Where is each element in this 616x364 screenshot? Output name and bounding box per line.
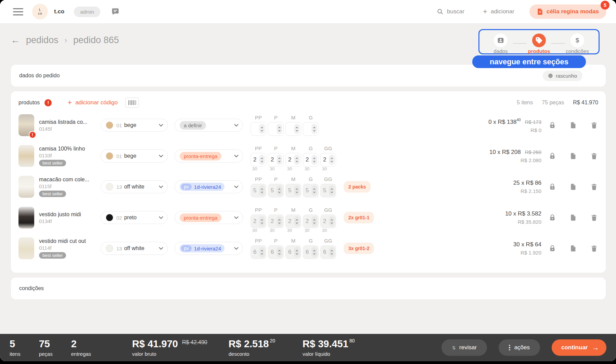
trash-icon[interactable]: [590, 183, 598, 191]
trash-icon[interactable]: [590, 121, 598, 129]
stepper-arrows[interactable]: [294, 216, 300, 226]
stepper-arrows[interactable]: [277, 124, 282, 134]
quantity-stepper[interactable]: 6: [303, 245, 319, 259]
stepper-arrows[interactable]: [311, 155, 317, 165]
quantity-stepper[interactable]: [303, 122, 319, 136]
delivery-select[interactable]: pronta-entrega: [175, 211, 243, 224]
hamburger-menu-icon[interactable]: [13, 8, 23, 15]
review-button[interactable]: ↑↓ revisar: [441, 339, 487, 356]
stepper-down-icon: [313, 252, 316, 255]
stepper-arrows[interactable]: [259, 216, 265, 226]
quantity-stepper[interactable]: [268, 122, 284, 136]
stepper-arrows[interactable]: [294, 247, 300, 257]
stepper-arrows[interactable]: [294, 185, 300, 196]
stepper-step-dados[interactable]: dados: [488, 34, 513, 54]
color-select[interactable]: 13off white: [101, 180, 168, 193]
stepper-arrows[interactable]: [329, 247, 335, 257]
stepper-step-produtos[interactable]: produtos: [527, 34, 551, 54]
breadcrumb-parent[interactable]: pedidos: [26, 35, 59, 46]
brand-logo[interactable]: t. co: [32, 4, 48, 20]
stepper-arrows[interactable]: [294, 124, 300, 134]
delivery-select[interactable]: a definir: [175, 119, 243, 132]
stat-items: 5 itens: [10, 339, 21, 357]
stepper-arrows[interactable]: [311, 247, 317, 257]
quantity-stepper[interactable]: 5: [251, 184, 266, 197]
trash-icon[interactable]: [590, 152, 598, 160]
add-code-button[interactable]: + adicionar código: [67, 98, 118, 107]
stepper-arrows[interactable]: [329, 155, 335, 165]
color-select[interactable]: 02preto: [101, 211, 168, 224]
quantity-stepper[interactable]: 2: [303, 153, 319, 167]
quantity-stepper[interactable]: 2: [268, 153, 284, 167]
stepper-arrows[interactable]: [259, 124, 265, 134]
size-header: P: [274, 238, 278, 244]
stepper-arrows[interactable]: [329, 216, 335, 226]
status-label: rascunho: [556, 73, 577, 79]
lock-icon[interactable]: [548, 244, 556, 252]
account-button[interactable]: célia regina modas 5: [529, 4, 606, 19]
search-button[interactable]: buscar: [437, 8, 464, 15]
quantity-stepper[interactable]: 2: [320, 153, 336, 167]
lock-icon[interactable]: [548, 121, 556, 129]
duplicate-icon[interactable]: [569, 121, 577, 129]
quantity-stepper[interactable]: 2: [285, 153, 301, 167]
quantity-stepper[interactable]: 2: [268, 214, 284, 228]
chat-icon[interactable]: [111, 7, 120, 16]
lock-icon[interactable]: [548, 183, 556, 191]
quantity-stepper[interactable]: 2: [320, 214, 336, 228]
trash-icon[interactable]: [590, 244, 598, 252]
actions-button[interactable]: ações: [499, 339, 540, 356]
quantity-stepper[interactable]: 6: [320, 245, 336, 259]
quantity-stepper[interactable]: 5: [320, 184, 336, 197]
delivery-select[interactable]: pronta-entrega: [175, 150, 243, 162]
quantity-stepper[interactable]: [251, 122, 266, 136]
duplicate-icon[interactable]: [569, 183, 577, 191]
stepper-arrows[interactable]: [277, 185, 282, 196]
quantity-stepper[interactable]: 2: [285, 214, 301, 228]
quantity-value: 5: [253, 187, 256, 194]
quantity-stepper[interactable]: 2: [251, 214, 266, 228]
delivery-select[interactable]: pv1d-riviera24: [175, 180, 243, 193]
price-old-value: R$ 173: [525, 119, 541, 125]
duplicate-icon[interactable]: [569, 244, 577, 252]
delivery-chip: pv1d-riviera24: [180, 244, 224, 252]
conditions-card[interactable]: condições: [11, 277, 606, 299]
color-select[interactable]: 01bege: [101, 119, 168, 132]
quantity-stepper[interactable]: [285, 122, 301, 136]
total-net-value: R$ 39.451: [303, 339, 348, 349]
stepper-arrows[interactable]: [277, 216, 282, 226]
back-arrow-icon[interactable]: ←: [11, 35, 20, 46]
quantity-stepper[interactable]: 2: [251, 153, 266, 167]
stepper-arrows[interactable]: [259, 185, 265, 196]
duplicate-icon[interactable]: [569, 152, 577, 160]
price-line: 10 x R$ 3.582: [505, 210, 541, 217]
stepper-arrows[interactable]: [277, 155, 282, 165]
lock-icon[interactable]: [548, 213, 556, 222]
trash-icon[interactable]: [590, 213, 598, 222]
stepper-arrows[interactable]: [259, 247, 265, 257]
tag-icon: [532, 34, 546, 47]
continue-button[interactable]: continuar →: [552, 339, 606, 356]
stepper-arrows[interactable]: [277, 247, 282, 257]
stepper-arrows[interactable]: [311, 216, 317, 226]
barcode-scan-button[interactable]: [125, 98, 139, 108]
stepper-arrows[interactable]: [311, 124, 317, 134]
color-select[interactable]: 01bege: [101, 150, 168, 162]
stepper-arrows[interactable]: [311, 185, 317, 196]
quantity-stepper[interactable]: 5: [268, 184, 284, 197]
stepper-arrows[interactable]: [259, 155, 265, 165]
stepper-arrows[interactable]: [294, 155, 300, 165]
stepper-arrows[interactable]: [329, 185, 335, 196]
duplicate-icon[interactable]: [569, 213, 577, 222]
quantity-stepper[interactable]: 6: [268, 245, 284, 259]
add-button[interactable]: + adicionar: [483, 8, 514, 15]
delivery-select[interactable]: pv1d-riviera24: [175, 242, 243, 255]
quantity-stepper[interactable]: 5: [303, 184, 319, 197]
quantity-stepper[interactable]: 6: [251, 245, 266, 259]
quantity-stepper[interactable]: 5: [285, 184, 301, 197]
stepper-step-condicoes[interactable]: $ condições: [565, 34, 590, 54]
quantity-stepper[interactable]: 2: [303, 214, 319, 228]
lock-icon[interactable]: [548, 152, 556, 160]
color-select[interactable]: 13off white: [101, 242, 168, 255]
quantity-stepper[interactable]: 6: [285, 245, 301, 259]
